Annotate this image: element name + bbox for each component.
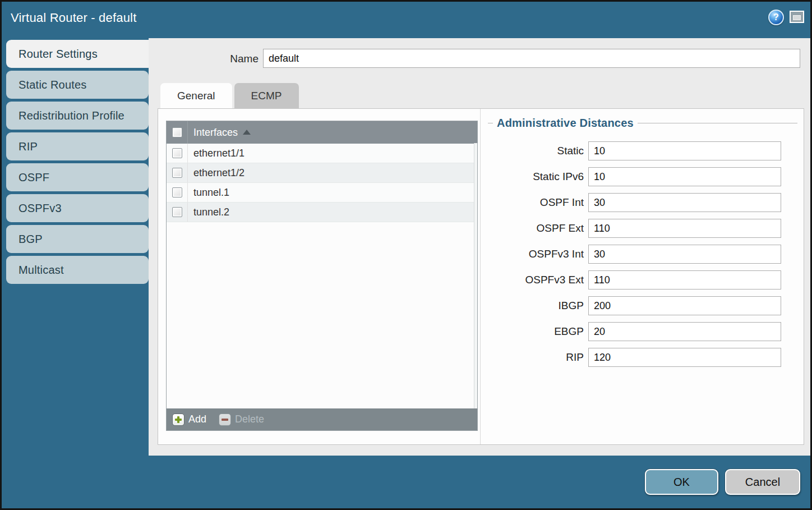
field-row-rip: RIP (488, 348, 797, 367)
sidebar-nav: Router Settings Static Routes Redistribu… (6, 40, 149, 287)
general-tab-panel: Interfaces ethernet1/1 ethernet1/2 (158, 108, 804, 445)
tab-label: General (177, 90, 215, 102)
delete-button[interactable]: Delete (219, 413, 264, 426)
static-input[interactable] (588, 141, 781, 160)
field-row-static: Static (488, 141, 797, 160)
delete-minus-icon (219, 413, 231, 426)
static-ipv6-label: Static IPv6 (488, 171, 588, 183)
interface-name: ethernet1/2 (188, 167, 244, 179)
table-empty-space (167, 222, 477, 408)
field-row-ospf-ext: OSPF Ext (488, 219, 797, 238)
add-plus-icon (172, 413, 184, 426)
interface-name: ethernet1/1 (188, 148, 244, 159)
title-bar: Virtual Router - default ? (2, 2, 810, 38)
ebgp-input[interactable] (588, 322, 781, 341)
ibgp-input[interactable] (588, 296, 781, 315)
sidebar-item-redistribution-profile[interactable]: Redistribution Profile (6, 102, 149, 130)
table-scrollbar[interactable] (474, 143, 477, 408)
sidebar-item-label: BGP (19, 233, 43, 246)
field-row-ospfv3-ext: OSPFv3 Ext (488, 270, 797, 290)
window-icon-inner (793, 15, 801, 20)
help-glyph: ? (773, 12, 779, 22)
row-checkbox[interactable] (172, 148, 182, 158)
static-ipv6-input[interactable] (588, 167, 781, 186)
cancel-button-label: Cancel (745, 476, 780, 489)
select-all-checkbox[interactable] (172, 127, 182, 137)
table-toolbar: Add Delete (167, 408, 477, 430)
ospf-ext-label: OSPF Ext (488, 222, 588, 235)
admin-distance-fields: Static Static IPv6 OSPF Int OSPF Ext (488, 141, 797, 367)
field-row-ospfv3-int: OSPFv3 Int (488, 245, 797, 264)
row-checkbox[interactable] (172, 207, 182, 217)
table-row[interactable]: tunnel.1 (167, 183, 477, 203)
sidebar-item-label: OSPFv3 (19, 202, 62, 215)
sidebar-item-ospfv3[interactable]: OSPFv3 (6, 194, 149, 222)
window-icon[interactable] (790, 11, 804, 23)
ospf-int-input[interactable] (588, 193, 781, 212)
name-input[interactable] (263, 49, 800, 68)
field-row-static-ipv6: Static IPv6 (488, 167, 797, 186)
sidebar-item-router-settings[interactable]: Router Settings (6, 40, 149, 68)
row-checkbox-cell (167, 203, 188, 222)
field-row-ibgp: IBGP (488, 296, 797, 315)
name-label: Name (149, 53, 259, 65)
add-button[interactable]: Add (172, 413, 206, 426)
sidebar-item-label: Multicast (19, 264, 64, 277)
administrative-distances-fieldset: Administrative Distances Static Static I… (488, 117, 797, 367)
static-label: Static (488, 145, 588, 157)
table-row[interactable]: ethernet1/1 (167, 144, 477, 163)
content-area: Name General ECMP Interfaces (149, 38, 810, 456)
sidebar-item-label: RIP (19, 140, 38, 153)
header-checkbox-cell (167, 121, 188, 144)
row-checkbox-cell (167, 163, 188, 182)
ibgp-label: IBGP (488, 300, 588, 312)
virtual-router-dialog: Virtual Router - default ? Router Settin… (0, 0, 812, 510)
tab-ecmp[interactable]: ECMP (234, 83, 299, 108)
ok-button-label: OK (673, 476, 690, 489)
add-button-label: Add (188, 413, 206, 425)
dialog-title: Virtual Router - default (11, 11, 137, 25)
ospfv3-ext-label: OSPFv3 Ext (488, 274, 588, 286)
sidebar-item-multicast[interactable]: Multicast (6, 256, 149, 284)
ospf-ext-input[interactable] (588, 219, 781, 238)
fieldset-legend: Administrative Distances (493, 117, 638, 130)
ospfv3-int-input[interactable] (588, 245, 781, 264)
field-row-ospf-int: OSPF Int (488, 193, 797, 212)
sidebar-item-label: Static Routes (19, 79, 87, 91)
row-checkbox-cell (167, 144, 188, 163)
interfaces-header-label: Interfaces (193, 127, 238, 139)
interfaces-column-header[interactable]: Interfaces (188, 127, 251, 139)
tab-strip: General ECMP (160, 83, 301, 108)
cancel-button[interactable]: Cancel (725, 469, 800, 495)
interface-name: tunnel.1 (188, 187, 229, 199)
interface-name: tunnel.2 (188, 206, 229, 218)
sidebar-item-rip[interactable]: RIP (6, 132, 149, 160)
legend-line (638, 123, 797, 123)
ospf-int-label: OSPF Int (488, 196, 588, 209)
legend-line (488, 123, 493, 123)
sidebar-item-ospf[interactable]: OSPF (6, 163, 149, 191)
rip-label: RIP (488, 351, 588, 364)
sidebar-item-label: Redistribution Profile (19, 109, 124, 122)
sidebar-item-static-routes[interactable]: Static Routes (6, 71, 149, 99)
ok-button[interactable]: OK (645, 469, 718, 495)
panel-divider (480, 109, 481, 444)
field-row-ebgp: EBGP (488, 322, 797, 341)
ospfv3-ext-input[interactable] (588, 270, 781, 290)
sidebar-item-label: Router Settings (19, 48, 98, 61)
help-icon[interactable]: ? (768, 10, 784, 25)
sort-ascending-icon (243, 130, 251, 135)
delete-button-label: Delete (235, 413, 264, 425)
table-row[interactable]: ethernet1/2 (167, 163, 477, 183)
sidebar-item-bgp[interactable]: BGP (6, 225, 149, 253)
tab-general[interactable]: General (160, 83, 232, 108)
row-checkbox[interactable] (172, 168, 182, 178)
fieldset-legend-row: Administrative Distances (488, 117, 797, 130)
ebgp-label: EBGP (488, 325, 588, 338)
row-checkbox[interactable] (172, 187, 182, 197)
rip-input[interactable] (588, 348, 781, 367)
interfaces-table-header[interactable]: Interfaces (167, 121, 477, 144)
table-row[interactable]: tunnel.2 (167, 203, 477, 222)
ospfv3-int-label: OSPFv3 Int (488, 248, 588, 260)
interfaces-table: Interfaces ethernet1/1 ethernet1/2 (166, 121, 478, 431)
